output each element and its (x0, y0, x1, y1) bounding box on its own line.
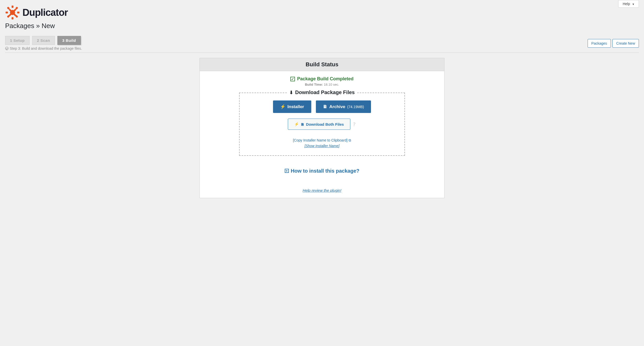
copy-installer-text: [Copy Installer Name to Clipboard] (293, 138, 348, 142)
wordpress-icon (5, 47, 9, 50)
check-icon: ✓ (290, 77, 295, 81)
how-to-install-text: How to install this package? (291, 168, 360, 174)
tab-scan: 2 Scan (32, 36, 55, 45)
brand-name: Duplicator (22, 7, 68, 18)
plus-square-icon: + (285, 169, 289, 173)
review-plugin-link[interactable]: Help review the plugin! (303, 188, 341, 193)
duplicator-gear-icon (5, 5, 20, 20)
success-text: Package Build Completed (297, 76, 353, 82)
download-icon: ⬇ (289, 90, 293, 95)
bolt-icon: ⚡ (280, 104, 286, 109)
help-button[interactable]: Help ▼ (618, 0, 639, 8)
svg-rect-2 (11, 17, 13, 19)
help-tooltip-icon[interactable]: ❔ (352, 122, 356, 126)
build-time: Build Time: 18.10 sec. (205, 83, 439, 86)
build-status-panel: Build Status ✓ Package Build Completed B… (200, 58, 444, 198)
bolt-icon: ⚡ (294, 122, 299, 126)
download-both-button[interactable]: ⚡ 🗎 Download Both Files (288, 119, 350, 130)
wizard-tabs: 1 Setup 2 Scan 3 Build (5, 36, 82, 45)
svg-rect-4 (17, 11, 19, 13)
show-installer-link[interactable]: [Show Installer Name] (305, 144, 340, 148)
copy-icon: ⧉ (349, 138, 351, 143)
file-archive-icon: 🗎 (323, 104, 327, 109)
download-both-label: Download Both Files (306, 122, 344, 126)
svg-rect-3 (6, 11, 8, 13)
archive-button[interactable]: 🗎 Archive (74.19MB) (316, 100, 371, 113)
build-success-message: ✓ Package Build Completed (205, 76, 439, 82)
step-description-text: Step 3: Build and download the package f… (10, 46, 82, 50)
archive-label: Archive (329, 104, 345, 109)
build-time-value: 18.10 sec. (324, 83, 339, 86)
how-to-install-link[interactable]: + How to install this package? (285, 168, 360, 174)
packages-button[interactable]: Packages (588, 39, 611, 48)
create-new-button[interactable]: Create New (612, 39, 639, 48)
installer-button[interactable]: ⚡ Installer (273, 100, 311, 113)
tab-build: 3 Build (57, 36, 81, 45)
step-description: Step 3: Build and download the package f… (5, 46, 82, 50)
help-label: Help (623, 2, 630, 6)
copy-installer-link[interactable]: [Copy Installer Name to Clipboard] ⧉ (293, 138, 351, 143)
svg-rect-1 (11, 6, 13, 8)
archive-size: (74.19MB) (347, 105, 364, 109)
build-time-label: Build Time: (305, 83, 323, 86)
download-title: ⬇ Download Package Files (287, 89, 357, 95)
download-title-text: Download Package Files (295, 89, 355, 95)
page-title: Packages » New (5, 22, 639, 30)
caret-down-icon: ▼ (632, 3, 635, 6)
brand-logo: Duplicator (5, 5, 639, 20)
installer-label: Installer (288, 104, 304, 109)
panel-title: Build Status (200, 58, 444, 71)
tab-setup: 1 Setup (5, 36, 30, 45)
download-box: ⬇ Download Package Files ⚡ Installer 🗎 A… (239, 93, 405, 156)
file-icon: 🗎 (301, 122, 304, 126)
